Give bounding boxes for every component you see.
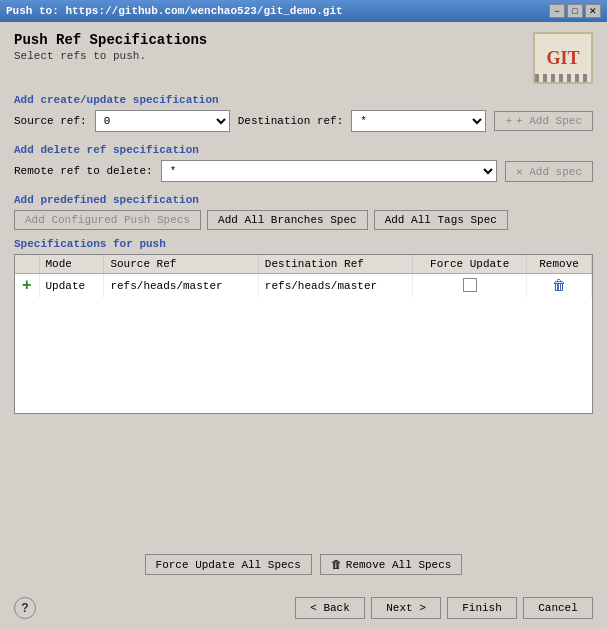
- help-button[interactable]: ?: [14, 597, 36, 619]
- header-text: Push Ref Specifications Select refs to p…: [14, 32, 207, 62]
- remote-ref-label: Remote ref to delete:: [14, 165, 153, 177]
- minimize-button[interactable]: −: [549, 4, 565, 18]
- table-row: + Update refs/heads/master refs/heads/ma…: [15, 274, 592, 299]
- footer: ? < Back Next > Finish Cancel: [14, 591, 593, 619]
- add-delete-section: Add delete ref specification Remote ref …: [14, 144, 593, 186]
- predefined-title: Add predefined specification: [14, 194, 593, 206]
- maximize-button[interactable]: □: [567, 4, 583, 18]
- add-configured-button[interactable]: Add Configured Push Specs: [14, 210, 201, 230]
- force-update-all-button[interactable]: Force Update All Specs: [145, 554, 312, 575]
- predefined-section: Add predefined specification Add Configu…: [14, 194, 593, 230]
- remove-all-button[interactable]: 🗑 Remove All Specs: [320, 554, 463, 575]
- add-create-section: Add create/update specification Source r…: [14, 94, 593, 136]
- col-force-update: Force Update: [413, 255, 527, 274]
- row-force-update-cell[interactable]: [413, 274, 527, 299]
- add-delete-spec-label: ✕ Add spec: [516, 165, 582, 178]
- table-header-row: Mode Source Ref Destination Ref Force Up…: [15, 255, 592, 274]
- col-mode: Mode: [39, 255, 104, 274]
- title-bar-text: Push to: https://github.com/wenchao523/g…: [6, 5, 343, 17]
- add-create-form-row: Source ref: 0 * Destination ref: * + + A…: [14, 110, 593, 132]
- force-update-checkbox[interactable]: [463, 278, 477, 292]
- specs-title: Specifications for push: [14, 238, 593, 250]
- dest-ref-select[interactable]: *: [351, 110, 486, 132]
- specs-section: Specifications for push Mode Source Ref …: [14, 238, 593, 546]
- remove-all-icon: 🗑: [331, 558, 342, 571]
- row-dest-ref: refs/heads/master: [258, 274, 412, 299]
- row-remove-cell[interactable]: 🗑: [527, 274, 592, 299]
- header-area: Push Ref Specifications Select refs to p…: [14, 32, 593, 84]
- add-delete-spec-button[interactable]: ✕ Add spec: [505, 161, 593, 182]
- footer-left: ?: [14, 597, 36, 619]
- row-mode: Update: [39, 274, 104, 299]
- add-tags-spec-button[interactable]: Add All Tags Spec: [374, 210, 508, 230]
- col-dest-ref: Destination Ref: [258, 255, 412, 274]
- page-subtitle: Select refs to push.: [14, 50, 207, 62]
- page-title: Push Ref Specifications: [14, 32, 207, 48]
- plus-icon: +: [22, 277, 32, 295]
- add-spec-label: + Add Spec: [516, 115, 582, 127]
- next-button[interactable]: Next >: [371, 597, 441, 619]
- title-bar-buttons: − □ ✕: [549, 4, 601, 18]
- add-create-title: Add create/update specification: [14, 94, 593, 106]
- trash-icon[interactable]: 🗑: [552, 278, 566, 294]
- dest-ref-label: Destination ref:: [238, 115, 344, 127]
- remove-all-label: Remove All Specs: [346, 559, 452, 571]
- add-spec-button[interactable]: + + Add Spec: [494, 111, 593, 131]
- add-delete-form-row: Remote ref to delete: * ✕ Add spec: [14, 160, 593, 182]
- col-source-ref: Source Ref: [104, 255, 258, 274]
- specs-table-container: Mode Source Ref Destination Ref Force Up…: [14, 254, 593, 414]
- predefined-buttons-row: Add Configured Push Specs Add All Branch…: [14, 210, 593, 230]
- specs-table: Mode Source Ref Destination Ref Force Up…: [15, 255, 592, 298]
- finish-button[interactable]: Finish: [447, 597, 517, 619]
- back-button[interactable]: < Back: [295, 597, 365, 619]
- title-bar: Push to: https://github.com/wenchao523/g…: [0, 0, 607, 22]
- remote-ref-select[interactable]: *: [161, 160, 497, 182]
- row-add-icon: +: [15, 274, 39, 299]
- close-button[interactable]: ✕: [585, 4, 601, 18]
- add-branches-spec-button[interactable]: Add All Branches Spec: [207, 210, 368, 230]
- source-ref-label: Source ref:: [14, 115, 87, 127]
- footer-right: < Back Next > Finish Cancel: [295, 597, 593, 619]
- source-ref-select[interactable]: 0 *: [95, 110, 230, 132]
- add-delete-title: Add delete ref specification: [14, 144, 593, 156]
- col-remove: Remove: [527, 255, 592, 274]
- add-spec-icon: +: [505, 115, 512, 127]
- main-container: Push Ref Specifications Select refs to p…: [0, 22, 607, 629]
- action-buttons-row: Force Update All Specs 🗑 Remove All Spec…: [14, 554, 593, 575]
- git-logo: GIT: [533, 32, 593, 84]
- cancel-button[interactable]: Cancel: [523, 597, 593, 619]
- col-add: [15, 255, 39, 274]
- force-update-label: Force Update All Specs: [156, 559, 301, 571]
- row-source-ref: refs/heads/master: [104, 274, 258, 299]
